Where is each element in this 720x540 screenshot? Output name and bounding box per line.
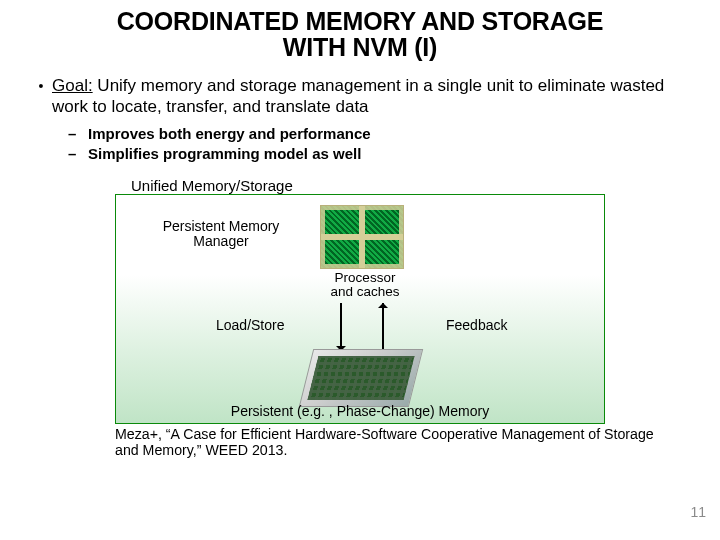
processor-chip-icon — [320, 205, 404, 269]
goal-label: Goal: — [52, 76, 93, 95]
pmm-line-1: Persistent Memory — [163, 218, 280, 234]
load-store-label: Load/Store — [216, 317, 285, 333]
proc-line-1: Processor — [335, 270, 396, 285]
bullet-marker: • — [30, 75, 52, 119]
figure-title: Unified Memory/Storage — [129, 177, 299, 194]
goal-rest: Unify memory and storage management in a… — [52, 76, 664, 117]
sub-marker: – — [68, 144, 88, 164]
persistent-memory-label: Persistent (e.g. , Phase-Change) Memory — [116, 403, 604, 419]
page-number: 11 — [690, 504, 706, 520]
sub-bullet-2: – Simplifies programming model as well — [68, 144, 690, 164]
figure-box: Persistent Memory Manager Processor and … — [115, 194, 605, 424]
feedback-label: Feedback — [446, 317, 507, 333]
bullet-list: • Goal: Unify memory and storage managem… — [30, 75, 690, 164]
bullet-text: Goal: Unify memory and storage managemen… — [52, 75, 690, 119]
title-line-1: COORDINATED MEMORY AND STORAGE — [117, 7, 604, 35]
memory-chip-icon — [299, 349, 423, 407]
sub-bullet-1: – Improves both energy and performance — [68, 124, 690, 144]
proc-line-2: and caches — [330, 284, 399, 299]
persistent-memory-manager-label: Persistent Memory Manager — [146, 219, 296, 250]
bullet-goal: • Goal: Unify memory and storage managem… — [30, 75, 690, 119]
figure: Unified Memory/Storage Persistent Memory… — [115, 177, 605, 459]
sub-text-1: Improves both energy and performance — [88, 124, 690, 144]
sub-text-2: Simplifies programming model as well — [88, 144, 690, 164]
processor-label: Processor and caches — [320, 271, 410, 299]
arrow-up-icon — [382, 303, 384, 351]
title-line-2: WITH NVM (I) — [283, 33, 438, 61]
pmm-line-2: Manager — [193, 233, 248, 249]
slide-title: COORDINATED MEMORY AND STORAGE WITH NVM … — [30, 8, 690, 61]
arrow-down-icon — [340, 303, 342, 351]
citation: Meza+, “A Case for Efficient Hardware-So… — [115, 426, 655, 459]
sub-marker: – — [68, 124, 88, 144]
